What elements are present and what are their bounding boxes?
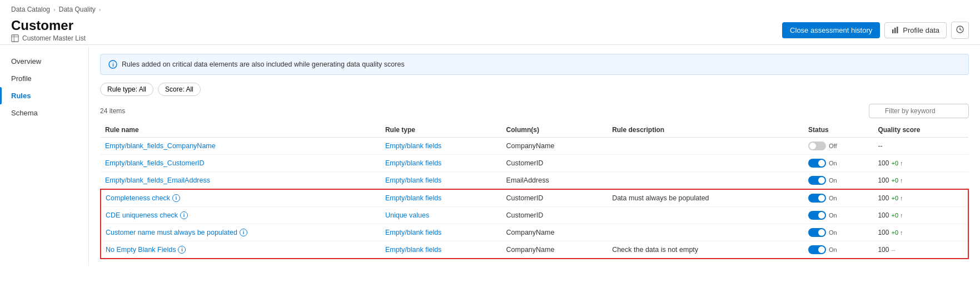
keyword-filter-input[interactable]	[869, 104, 969, 118]
table-row: CDE uniqueness checkiUnique valuesCustom…	[101, 207, 968, 224]
sidebar-item-overview[interactable]: Overview	[0, 53, 88, 70]
content-area: i Rules added on critical data elements …	[89, 47, 980, 266]
table-row: Customer name must always be populatediE…	[101, 224, 968, 241]
info-icon[interactable]: i	[172, 194, 180, 202]
page-title-area: Customer Customer Master List	[11, 18, 86, 42]
breadcrumb: Data Catalog › Data Quality ›	[0, 0, 980, 16]
page-header: Customer Customer Master List Close asse…	[0, 16, 980, 44]
svg-rect-5	[897, 27, 898, 33]
score-delta: +0 ↑	[891, 229, 903, 236]
rule-name-link[interactable]: Customer name must always be populated	[106, 229, 237, 236]
description-cell: Data must always be populated	[608, 189, 804, 207]
status-label: On	[829, 246, 837, 253]
info-icon[interactable]: i	[240, 229, 247, 236]
breadcrumb-data-catalog[interactable]: Data Catalog	[11, 6, 50, 13]
rule-name-link[interactable]: Empty/blank_fields_CompanyName	[105, 142, 216, 150]
svg-text:i: i	[112, 62, 114, 68]
status-label: On	[829, 212, 837, 219]
table-row: No Empty Blank FieldsiEmpty/blank fields…	[101, 241, 968, 259]
score-value: 100	[878, 176, 889, 184]
profile-data-button[interactable]: Profile data	[884, 22, 947, 38]
description-cell	[608, 138, 804, 155]
status-label: On	[829, 160, 837, 166]
col-columns: Column(s)	[502, 123, 608, 138]
rule-name-link[interactable]: Empty/blank_fields_EmailAddress	[105, 176, 210, 184]
rule-type-filter[interactable]: Rule type: All	[100, 83, 153, 96]
sidebar-item-profile[interactable]: Profile	[0, 70, 88, 87]
score-value: 100	[878, 246, 889, 254]
score-delta: +0 ↑	[891, 177, 903, 184]
status-label: On	[829, 177, 837, 184]
sidebar-item-schema[interactable]: Schema	[0, 104, 88, 122]
col-rule-desc: Rule description	[608, 123, 804, 138]
bar-chart-icon	[892, 26, 899, 34]
description-cell: Check the data is not empty	[608, 241, 804, 259]
quality-score-cell: 100+0 ↑	[873, 155, 968, 172]
status-cell: On	[804, 155, 873, 172]
rule-name-link[interactable]: CDE uniqueness check	[106, 211, 178, 219]
breadcrumb-data-quality[interactable]: Data Quality	[59, 6, 96, 13]
svg-line-8	[960, 29, 962, 31]
columns-cell: CompanyName	[502, 138, 608, 155]
quality-score-cell: 100+0 ↑	[873, 224, 968, 241]
rule-name-link[interactable]: Completeness check	[106, 194, 170, 202]
status-cell: On	[804, 224, 873, 241]
table-icon	[11, 34, 19, 42]
sidebar: Overview Profile Rules Schema	[0, 47, 89, 266]
page-subtitle: Customer Master List	[11, 34, 86, 42]
status-cell: Off	[804, 138, 873, 155]
score-value: 100	[878, 194, 889, 202]
header-divider	[0, 44, 980, 45]
rule-type-cell: Empty/blank fields	[381, 224, 502, 241]
rule-name-link[interactable]: Empty/blank_fields_CustomerID	[105, 159, 205, 167]
description-cell	[608, 155, 804, 172]
rule-type-cell: Empty/blank fields	[381, 189, 502, 207]
quality-score-cell: --	[873, 138, 968, 155]
columns-cell: CompanyName	[502, 241, 608, 259]
columns-cell: EmailAddress	[502, 172, 608, 190]
rule-type-cell: Unique values	[381, 207, 502, 224]
page-subtitle-text: Customer Master List	[22, 34, 86, 42]
svg-rect-0	[12, 35, 18, 42]
columns-cell: CustomerID	[502, 189, 608, 207]
table-row: Empty/blank_fields_EmailAddressEmpty/bla…	[101, 172, 968, 190]
score-filter[interactable]: Score: All	[158, 83, 201, 96]
rule-type-cell: Empty/blank fields	[381, 172, 502, 190]
info-banner-icon: i	[108, 60, 117, 69]
status-cell: On	[804, 189, 873, 207]
col-rule-name: Rule name	[101, 123, 381, 138]
score-delta: +0 ↑	[891, 195, 903, 201]
col-quality-score: Quality score	[873, 123, 968, 138]
score-value: --	[878, 142, 882, 150]
clock-button[interactable]	[951, 22, 969, 39]
item-count: 24 items	[100, 107, 125, 115]
info-banner: i Rules added on critical data elements …	[100, 54, 969, 75]
rule-type-cell: Empty/blank fields	[381, 138, 502, 155]
banner-text: Rules added on critical data elements ar…	[122, 60, 405, 68]
page-title: Customer	[11, 18, 86, 33]
table-header-row: 24 items	[100, 104, 969, 118]
score-delta: --	[891, 246, 895, 253]
rules-table: Rule name Rule type Column(s) Rule descr…	[100, 123, 969, 259]
clock-icon	[956, 26, 964, 33]
info-icon[interactable]: i	[178, 246, 186, 254]
close-assessment-button[interactable]: Close assessment history	[782, 22, 880, 38]
status-label: Off	[829, 143, 837, 149]
col-rule-type: Rule type	[381, 123, 502, 138]
score-value: 100	[878, 159, 889, 167]
filter-input-wrap	[869, 104, 969, 118]
sidebar-item-rules[interactable]: Rules	[0, 87, 88, 104]
svg-rect-3	[892, 29, 894, 33]
quality-score-cell: 100--	[873, 241, 968, 259]
rule-name-link[interactable]: No Empty Blank Fields	[106, 246, 176, 254]
info-icon[interactable]: i	[180, 211, 188, 219]
description-cell	[608, 172, 804, 190]
rule-type-cell: Empty/blank fields	[381, 155, 502, 172]
quality-score-cell: 100+0 ↑	[873, 172, 968, 190]
table-row: Empty/blank_fields_CompanyNameEmpty/blan…	[101, 138, 968, 155]
status-cell: On	[804, 241, 873, 259]
status-cell: On	[804, 207, 873, 224]
columns-cell: CustomerID	[502, 155, 608, 172]
svg-rect-4	[894, 28, 896, 33]
description-cell	[608, 207, 804, 224]
